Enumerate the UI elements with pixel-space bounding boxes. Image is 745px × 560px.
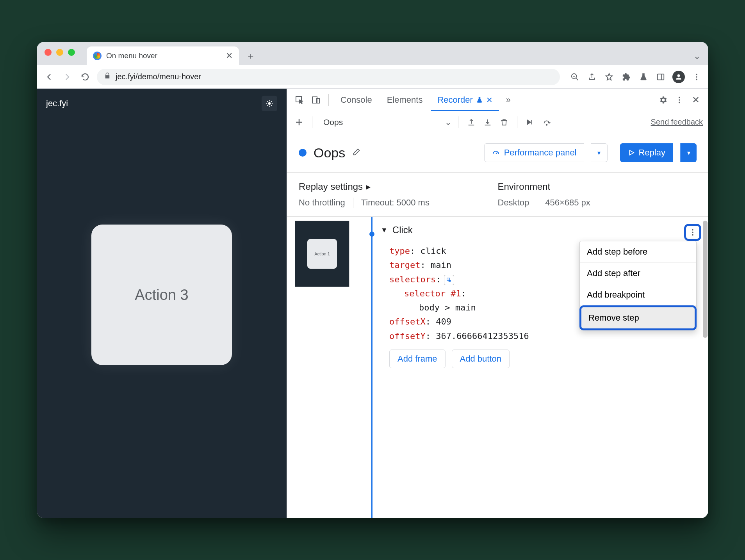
back-button[interactable] xyxy=(43,71,55,83)
recorder-toolbar: Oops ⌄ Send feedback xyxy=(287,111,708,133)
svg-point-15 xyxy=(692,234,693,236)
rendered-page: jec.fyi Action 3 xyxy=(37,89,287,518)
replay-settings-header[interactable]: Replay settings ▸ xyxy=(299,181,498,192)
recording-title-row: Oops Performance panel ▾ Replay ▾ xyxy=(287,133,708,173)
step-header[interactable]: ▼ Click xyxy=(381,220,693,243)
device-value: Desktop xyxy=(498,198,529,208)
recording-selector[interactable]: Oops xyxy=(319,118,348,127)
profile-avatar[interactable] xyxy=(672,71,685,83)
close-window-button[interactable] xyxy=(45,49,52,56)
zoom-icon[interactable] xyxy=(569,71,580,82)
address-bar[interactable]: jec.fyi/demo/menu-hover xyxy=(97,69,560,85)
replay-settings-row: Replay settings ▸ No throttling Timeout:… xyxy=(287,173,708,217)
kebab-icon xyxy=(688,228,697,237)
minimize-window-button[interactable] xyxy=(56,49,63,56)
environment-header: Environment xyxy=(498,181,697,192)
theme-toggle-button[interactable] xyxy=(262,96,277,111)
timeline-marker[interactable] xyxy=(369,232,374,237)
thumbnail-column: Action 1 xyxy=(287,217,365,518)
tabs-overflow-button[interactable]: ⌄ xyxy=(693,51,700,61)
performance-panel-dropdown[interactable]: ▾ xyxy=(591,143,608,162)
menu-remove-step[interactable]: Remove step xyxy=(579,305,697,330)
tab-elements[interactable]: Elements xyxy=(381,89,429,111)
devtools-menu-button[interactable] xyxy=(672,93,686,107)
menu-add-breakpoint[interactable]: Add breakpoint xyxy=(580,284,696,306)
svg-point-10 xyxy=(679,99,680,101)
replay-dropdown[interactable]: ▾ xyxy=(680,143,697,162)
forward-button[interactable] xyxy=(61,71,73,83)
edit-title-button[interactable] xyxy=(352,148,361,158)
step-thumbnail[interactable]: Action 1 xyxy=(295,221,349,287)
more-tabs-button[interactable]: » xyxy=(501,93,515,107)
throttling-value: No throttling xyxy=(299,198,345,208)
add-button-button[interactable]: Add button xyxy=(452,350,510,368)
reload-button[interactable] xyxy=(79,71,91,83)
recording-status-dot xyxy=(299,149,307,157)
maximize-window-button[interactable] xyxy=(68,49,75,56)
action-label: Action 3 xyxy=(135,287,188,303)
svg-point-2 xyxy=(696,73,697,75)
step-over-icon[interactable] xyxy=(524,116,537,129)
svg-point-13 xyxy=(692,229,693,231)
continue-icon[interactable] xyxy=(540,116,553,129)
steps-area: Action 1 ▼ Click type: clic xyxy=(287,217,708,518)
url-text: jec.fyi/demo/menu-hover xyxy=(116,72,201,81)
address-bar-row: jec.fyi/demo/menu-hover xyxy=(37,65,708,89)
step-menu-button[interactable] xyxy=(684,224,701,241)
add-frame-button[interactable]: Add frame xyxy=(389,350,446,368)
timeout-value: Timeout: 5000 ms xyxy=(361,198,430,208)
inspect-element-icon[interactable] xyxy=(292,93,307,107)
chevron-down-icon: ▼ xyxy=(381,226,388,234)
browser-tab[interactable]: On menu hover ✕ xyxy=(87,46,239,65)
browser-window: On menu hover ✕ ＋ ⌄ jec.fyi/demo/menu-ho… xyxy=(37,42,708,518)
tab-console[interactable]: Console xyxy=(334,89,378,111)
tab-title: On menu hover xyxy=(106,52,157,60)
tab-recorder[interactable]: Recorder ✕ xyxy=(431,89,499,111)
content-area: jec.fyi Action 3 Console Elements Record… xyxy=(37,89,708,518)
step-body: ▼ Click type: click target: main selecto… xyxy=(381,217,708,518)
scrollbar[interactable] xyxy=(703,221,708,338)
pick-selector-button[interactable] xyxy=(444,275,454,285)
svg-point-11 xyxy=(679,102,680,103)
timeline xyxy=(365,217,381,518)
extensions-icon[interactable] xyxy=(621,71,632,82)
devtools-tabs: Console Elements Recorder ✕ » ✕ xyxy=(287,89,708,111)
svg-point-9 xyxy=(679,96,680,98)
device-toolbar-icon[interactable] xyxy=(309,93,323,107)
menu-add-step-before[interactable]: Add step before xyxy=(580,241,696,263)
svg-point-12 xyxy=(546,124,547,125)
close-tab-button[interactable]: ✕ xyxy=(226,51,233,61)
experiments-icon[interactable] xyxy=(638,71,649,82)
share-icon[interactable] xyxy=(586,71,597,82)
play-icon xyxy=(628,149,635,156)
settings-icon[interactable] xyxy=(656,93,670,107)
close-devtools-button[interactable]: ✕ xyxy=(689,93,703,107)
close-tab-icon[interactable]: ✕ xyxy=(486,95,493,105)
step-actions: Add frame Add button xyxy=(381,350,693,368)
import-icon[interactable] xyxy=(481,116,494,129)
svg-rect-1 xyxy=(658,74,664,80)
replay-button[interactable]: Replay xyxy=(620,143,673,162)
toolbar-actions xyxy=(569,71,702,83)
window-controls xyxy=(45,49,75,56)
chrome-menu-button[interactable] xyxy=(691,71,702,82)
action-card[interactable]: Action 3 xyxy=(91,225,232,365)
recording-dropdown[interactable]: ⌄ xyxy=(445,118,452,127)
performance-panel-button[interactable]: Performance panel xyxy=(484,143,584,162)
delete-icon[interactable] xyxy=(497,116,511,129)
separator xyxy=(328,94,329,106)
side-panel-icon[interactable] xyxy=(655,71,666,82)
sun-icon xyxy=(266,100,273,107)
svg-point-14 xyxy=(692,232,693,233)
lock-icon xyxy=(104,72,111,81)
svg-point-5 xyxy=(268,102,271,105)
send-feedback-link[interactable]: Send feedback xyxy=(651,118,703,127)
new-tab-button[interactable]: ＋ xyxy=(243,48,258,64)
export-icon[interactable] xyxy=(465,116,478,129)
step-context-menu: Add step before Add step after Add break… xyxy=(579,241,697,330)
new-recording-button[interactable] xyxy=(292,116,306,129)
flask-icon xyxy=(476,96,483,103)
menu-add-step-after[interactable]: Add step after xyxy=(580,263,696,284)
bookmark-icon[interactable] xyxy=(604,71,615,82)
svg-point-4 xyxy=(696,78,697,80)
